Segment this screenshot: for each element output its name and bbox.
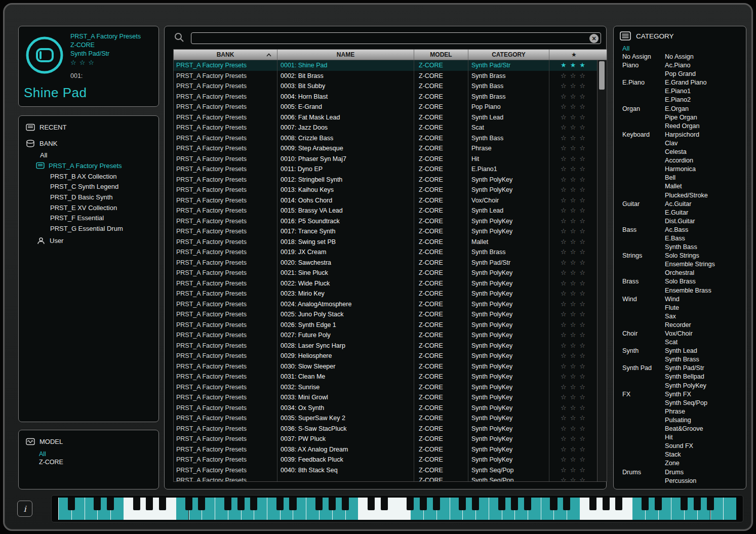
category-sub[interactable]: Pulsating — [665, 416, 746, 425]
star-icon[interactable]: ☆ — [579, 476, 585, 481]
category-sub[interactable]: Dist.Guitar — [665, 217, 746, 226]
piano-key-black[interactable] — [498, 498, 505, 510]
star-icon[interactable]: ☆ — [570, 290, 576, 297]
category-sub[interactable]: Ac.Guitar — [665, 200, 746, 209]
rating-stars[interactable]: ☆☆☆ — [549, 247, 596, 258]
preset-rating-stars[interactable]: ☆☆☆ — [70, 58, 141, 67]
category-sub[interactable]: E.Piano2 — [665, 96, 746, 104]
table-row[interactable]: PRST_A Factory Presets0027: Future PolyZ… — [174, 330, 597, 341]
star-icon[interactable]: ☆ — [561, 331, 567, 339]
piano-key-black[interactable] — [276, 498, 284, 510]
bank-item[interactable]: PRST_G Essential Drum — [26, 223, 158, 234]
category-main[interactable]: E.Piano — [622, 78, 665, 104]
rating-stars[interactable]: ☆☆☆ — [549, 309, 596, 320]
table-row[interactable]: PRST_A Factory Presets0022: Wide PluckZ-… — [174, 278, 597, 289]
category-sub[interactable]: Synth Lead — [665, 347, 746, 355]
star-icon[interactable]: ☆ — [570, 404, 576, 412]
category-sub[interactable]: Synth FX — [665, 390, 746, 399]
category-main[interactable]: Piano — [622, 61, 665, 78]
bank-item[interactable]: PRST_E XV Collection — [26, 202, 158, 213]
table-row[interactable]: PRST_A Factory Presets0012: Stringbell S… — [174, 175, 597, 185]
table-row[interactable]: PRST_A Factory Presets0028: Laser Sync H… — [174, 341, 597, 351]
star-icon[interactable]: ☆ — [570, 227, 576, 235]
category-sub[interactable]: Synth Bass — [665, 243, 746, 252]
category-main[interactable]: Brass — [622, 277, 665, 295]
category-sub[interactable]: Flute — [665, 304, 746, 312]
star-icon[interactable]: ☆ — [579, 456, 585, 463]
piano-key-black[interactable] — [433, 498, 440, 510]
piano-key-black[interactable] — [237, 498, 244, 510]
rating-stars[interactable]: ☆☆☆ — [549, 444, 596, 455]
piano-key-black[interactable] — [472, 498, 479, 510]
bank-item[interactable]: PRST_C Synth Legend — [26, 181, 158, 192]
category-main[interactable]: Wind — [622, 295, 665, 330]
star-icon[interactable]: ☆ — [570, 300, 576, 308]
star-icon[interactable]: ☆ — [579, 72, 585, 79]
star-icon[interactable]: ☆ — [579, 383, 585, 391]
category-main[interactable]: Synth Pad — [622, 364, 665, 390]
star-icon[interactable]: ☆ — [561, 393, 567, 401]
category-sub[interactable]: Beat&Groove — [665, 425, 746, 433]
star-icon[interactable]: ☆ — [570, 466, 576, 474]
star-icon[interactable]: ☆ — [579, 279, 585, 287]
piano-key-black[interactable] — [615, 498, 622, 510]
star-icon[interactable]: ☆ — [561, 300, 567, 308]
star-icon[interactable]: ★ — [579, 61, 585, 69]
rating-stars[interactable]: ☆☆☆ — [549, 268, 596, 278]
rating-stars[interactable]: ☆☆☆ — [549, 299, 596, 310]
piano-key-black[interactable] — [329, 498, 336, 510]
column-header-star[interactable]: ★ — [549, 50, 607, 60]
star-icon[interactable]: ☆ — [561, 425, 567, 432]
star-icon[interactable]: ☆ — [579, 93, 585, 100]
category-sub[interactable]: Sax — [665, 312, 746, 321]
nav-recent[interactable]: RECENT — [26, 121, 158, 133]
star-icon[interactable]: ☆ — [579, 134, 585, 142]
star-icon[interactable]: ☆ — [570, 155, 576, 162]
rating-stars[interactable]: ☆☆☆ — [549, 434, 596, 444]
star-icon[interactable]: ☆ — [579, 269, 585, 276]
star-icon[interactable]: ☆ — [570, 331, 576, 339]
table-row[interactable]: PRST_A Factory Presets0002: Bit BrassZ-C… — [174, 71, 597, 81]
piano-key-black[interactable] — [224, 498, 231, 510]
table-row[interactable]: PRST_A Factory Presets0032: SunriseZ-COR… — [174, 382, 597, 393]
rating-stars[interactable]: ☆☆☆ — [549, 465, 596, 476]
table-row[interactable]: PRST_A Factory Presets0015: Brassy VA Le… — [174, 206, 597, 216]
table-row[interactable]: PRST_A Factory Presets0025: Juno Poly St… — [174, 309, 597, 320]
star-icon[interactable]: ☆ — [570, 144, 576, 152]
table-row[interactable]: PRST_A Factory Presets0013: Kaihou KeysZ… — [174, 185, 597, 195]
star-icon[interactable]: ☆ — [579, 217, 585, 225]
category-sub[interactable]: E.Piano1 — [665, 87, 746, 96]
star-icon[interactable]: ☆ — [579, 425, 585, 432]
star-icon[interactable]: ☆ — [570, 259, 576, 266]
piano-key-black[interactable] — [681, 498, 688, 510]
category-sub[interactable]: Clav — [665, 139, 746, 148]
piano-key-black[interactable] — [407, 498, 414, 510]
category-sub[interactable]: E.Bass — [665, 234, 746, 243]
rating-stars[interactable]: ☆☆☆ — [549, 122, 596, 133]
table-scrollbar[interactable] — [597, 60, 607, 481]
rating-stars[interactable]: ☆☆☆ — [549, 206, 596, 216]
model-item[interactable]: All — [39, 450, 158, 458]
rating-stars[interactable]: ☆☆☆ — [549, 112, 596, 123]
piano-key-black[interactable] — [524, 498, 531, 510]
star-icon[interactable]: ☆ — [579, 466, 585, 474]
piano-key-black[interactable] — [159, 498, 166, 510]
scrollbar-thumb[interactable] — [599, 61, 605, 90]
star-icon[interactable]: ☆ — [579, 186, 585, 193]
rating-stars[interactable]: ☆☆☆ — [549, 413, 596, 424]
rating-stars[interactable]: ☆☆☆ — [549, 289, 596, 299]
category-all[interactable]: All — [620, 44, 746, 53]
star-icon[interactable]: ☆ — [579, 342, 585, 349]
star-icon[interactable]: ☆ — [561, 248, 567, 256]
star-icon[interactable]: ☆ — [561, 207, 567, 214]
rating-stars[interactable]: ★★★ — [549, 60, 596, 71]
category-sub[interactable]: E.Guitar — [665, 209, 746, 217]
rating-stars[interactable]: ☆☆☆ — [549, 424, 596, 434]
table-row[interactable]: PRST_A Factory Presets0010: Phaser Syn M… — [174, 154, 597, 165]
category-sub[interactable]: Percussion — [665, 477, 746, 485]
table-row[interactable]: PRST_A Factory Presets0008: Crizzle Bass… — [174, 133, 597, 144]
star-icon[interactable]: ★ — [561, 61, 567, 69]
star-icon[interactable]: ☆ — [561, 103, 567, 110]
star-icon[interactable]: ☆ — [561, 144, 567, 152]
piano-key-black[interactable] — [694, 498, 701, 510]
